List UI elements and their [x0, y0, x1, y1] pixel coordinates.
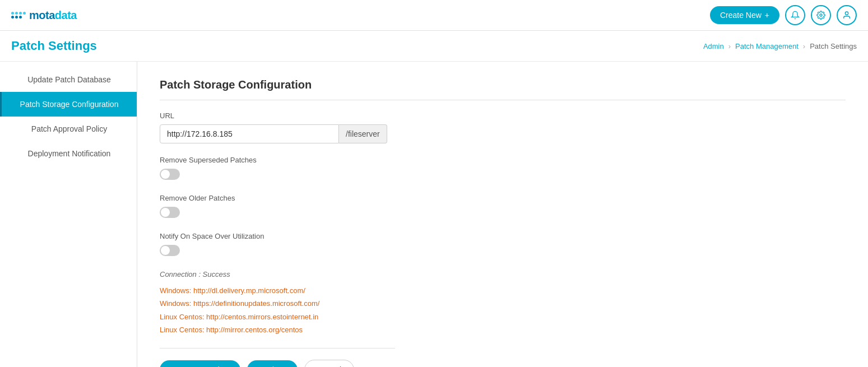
notifications-button[interactable]	[785, 5, 805, 25]
logo-dot	[19, 12, 22, 15]
connection-url-1: Windows: http://dl.delivery.mp.microsoft…	[160, 284, 846, 297]
url-input[interactable]	[160, 124, 339, 143]
logo-dot	[19, 16, 22, 18]
update-button[interactable]: Update	[247, 360, 297, 367]
url-suffix: /fileserver	[339, 124, 387, 143]
toggle-slider-2	[160, 207, 180, 218]
svg-point-0	[820, 14, 822, 16]
logo-text: motadata	[29, 9, 77, 22]
logo-dot	[11, 16, 14, 18]
svg-point-1	[845, 12, 848, 15]
connection-url-3: Linux Centos: http://centos.mirrors.esto…	[160, 310, 846, 323]
sidebar: Update Patch Database Patch Storage Conf…	[0, 62, 137, 367]
logo-dots	[11, 12, 26, 18]
remove-older-group: Remove Older Patches	[160, 194, 846, 220]
cancel-button[interactable]: Cancel	[304, 360, 355, 367]
sidebar-item-deployment-notification[interactable]: Deployment Notification	[0, 141, 137, 166]
breadcrumb-patch-management[interactable]: Patch Management	[735, 42, 799, 50]
remove-older-toggle[interactable]	[160, 207, 180, 218]
page-title-bar: Patch Settings Admin › Patch Management …	[0, 31, 868, 62]
main-layout: Update Patch Database Patch Storage Conf…	[0, 62, 868, 367]
plus-icon: +	[765, 11, 769, 20]
content-area: Patch Storage Configuration URL /fileser…	[137, 62, 868, 367]
connection-url-4: Linux Centos: http://mirror.centos.org/c…	[160, 323, 846, 336]
remove-superseded-group: Remove Superseded Patches	[160, 156, 846, 182]
breadcrumb: Admin › Patch Management › Patch Setting…	[703, 42, 857, 50]
logo-dot	[11, 12, 14, 15]
logo-dot	[23, 12, 26, 15]
connection-status: Connection : Success	[160, 270, 846, 278]
toggle-slider	[160, 169, 180, 180]
breadcrumb-sep-1: ›	[728, 42, 731, 50]
action-buttons: Test Connection Update Cancel	[160, 360, 846, 367]
notify-space-label: Notify On Space Over Utilization	[160, 232, 846, 240]
notify-space-toggle[interactable]	[160, 245, 180, 256]
logo-dot	[15, 12, 18, 15]
settings-button[interactable]	[811, 5, 831, 25]
connection-urls: Windows: http://dl.delivery.mp.microsoft…	[160, 284, 846, 337]
content-title: Patch Storage Configuration	[160, 78, 846, 100]
connection-url-2: Windows: https://definitionupdates.micro…	[160, 297, 846, 310]
form-divider	[160, 348, 395, 349]
url-row: /fileserver	[160, 124, 846, 143]
logo: motadata	[11, 9, 77, 22]
toggle-slider-3	[160, 245, 180, 256]
create-new-button[interactable]: Create New +	[710, 6, 779, 24]
sidebar-item-patch-storage-configuration[interactable]: Patch Storage Configuration	[0, 92, 137, 117]
header: motadata Create New +	[0, 0, 868, 31]
url-field-group: URL /fileserver	[160, 112, 846, 143]
test-connection-button[interactable]: Test Connection	[160, 360, 240, 367]
remove-older-label: Remove Older Patches	[160, 194, 846, 202]
breadcrumb-current: Patch Settings	[810, 42, 857, 50]
url-label: URL	[160, 112, 846, 120]
sidebar-item-patch-approval-policy[interactable]: Patch Approval Policy	[0, 117, 137, 141]
remove-superseded-label: Remove Superseded Patches	[160, 156, 846, 164]
logo-dot	[15, 16, 18, 18]
breadcrumb-admin[interactable]: Admin	[703, 42, 724, 50]
header-right: Create New +	[710, 5, 857, 25]
notify-space-group: Notify On Space Over Utilization	[160, 232, 846, 258]
remove-superseded-toggle[interactable]	[160, 169, 180, 180]
breadcrumb-sep-2: ›	[803, 42, 805, 50]
page-title: Patch Settings	[11, 39, 97, 53]
sidebar-item-update-patch-database[interactable]: Update Patch Database	[0, 67, 137, 92]
user-button[interactable]	[837, 5, 857, 25]
create-new-label: Create New	[720, 11, 762, 20]
